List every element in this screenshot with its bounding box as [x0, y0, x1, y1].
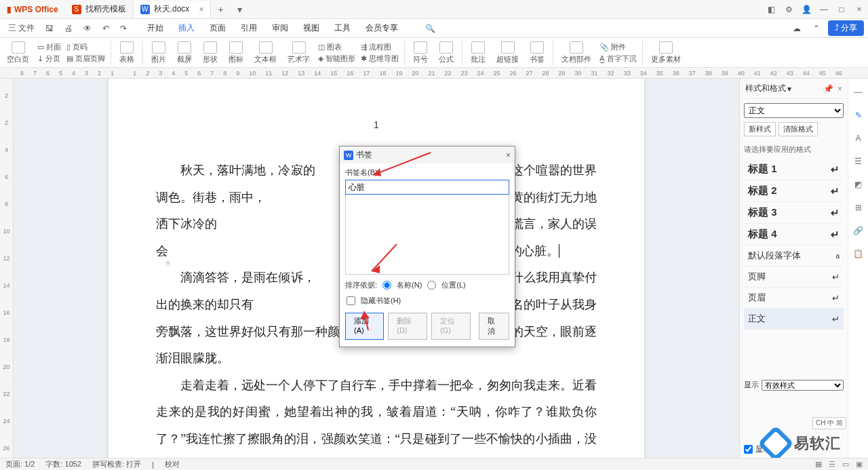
rb-mindmap[interactable]: ✱ 思维导图 — [361, 54, 399, 64]
style-item-body[interactable]: 正文↵ — [744, 309, 844, 330]
paragraph: 走着走着，远处一个人停下了自行车，手中撑着一把伞，匆匆向我走来。近看走来的是我的… — [156, 372, 597, 458]
rb-symbol[interactable]: 符号 — [410, 41, 431, 64]
tab-vip[interactable]: 会员专享 — [359, 20, 405, 37]
cloud-icon[interactable]: ☁ — [789, 21, 805, 36]
user-avatar[interactable]: 👤 — [797, 5, 815, 14]
rb-equation[interactable]: 公式 — [436, 41, 456, 64]
tab-template[interactable]: S 找稻壳模板 — [65, 1, 134, 18]
rb-icons[interactable]: 图标 — [226, 41, 246, 64]
undo-icon[interactable]: ↶ — [98, 21, 113, 36]
tab-document[interactable]: W 秋天.docx × — [134, 1, 212, 18]
style-item-footer[interactable]: 页脚↵ — [744, 267, 844, 288]
rb-more[interactable]: 更多素材 — [648, 41, 684, 64]
dialog-titlebar[interactable]: W 书签 × — [340, 146, 515, 163]
style-item-default[interactable]: 默认段落字体a — [744, 246, 844, 267]
rb-screenshot[interactable]: 截屏 — [174, 41, 195, 64]
rb-chart[interactable]: ◫ 图表 — [318, 42, 355, 52]
tab-page[interactable]: 页面 — [203, 20, 233, 37]
share-button[interactable]: ⤴ 分享 — [828, 20, 864, 36]
save-icon[interactable]: 🖫 — [41, 21, 58, 36]
collapse-icon[interactable]: ⌃ — [809, 21, 824, 36]
rail-settings-icon[interactable]: ◩ — [852, 178, 865, 191]
menu-row: 三 文件 🖫 🖨 👁 ↶ ↷ 开始 插入 页面 引用 审阅 视图 工具 会员专享… — [0, 19, 868, 38]
add-button[interactable]: 添加(A) — [345, 313, 384, 340]
search-icon[interactable]: 🔍 — [421, 21, 439, 36]
ruler-horizontal: 8765432112345678910111213141516171819202… — [0, 68, 868, 79]
new-style-button[interactable]: 新样式 — [744, 122, 776, 136]
style-item-h2[interactable]: 标题 2↵ — [744, 180, 844, 202]
rb-table[interactable]: 表格 — [117, 41, 137, 64]
close-icon[interactable]: × — [199, 5, 203, 14]
status-page[interactable]: 页面: 1/2 — [5, 459, 35, 469]
view-outline-icon[interactable]: ☰ — [829, 460, 835, 469]
status-spell[interactable]: 拼写检查: 打开 — [92, 459, 141, 469]
view-read-icon[interactable]: ▣ — [856, 460, 863, 469]
close-icon[interactable]: × — [837, 84, 842, 94]
rail-minus-icon[interactable]: — — [852, 85, 865, 99]
rb-wordart[interactable]: 艺术字 — [285, 41, 313, 64]
rb-shapes[interactable]: 形状 — [200, 41, 220, 64]
ime-indicator[interactable]: CH 中 简 — [812, 417, 846, 429]
window-settings-icon[interactable]: ⚙ — [780, 5, 797, 14]
redo-icon[interactable]: ↷ — [116, 21, 131, 36]
new-tab-button[interactable]: + — [211, 4, 230, 15]
rail-edit-icon[interactable]: ✎ — [852, 109, 865, 122]
rail-nav-icon[interactable]: ⊞ — [852, 201, 865, 214]
print-icon[interactable]: 🖨 — [60, 21, 77, 36]
rb-flowchart[interactable]: ⇶ 流程图 — [361, 42, 399, 52]
rail-clipboard-icon[interactable]: 📋 — [852, 247, 865, 260]
rb-bookmark[interactable]: 书签 — [527, 41, 547, 64]
window-maximize[interactable]: □ — [833, 5, 850, 14]
view-web-icon[interactable]: ▭ — [842, 460, 849, 469]
rb-attachment[interactable]: 📎 附件 — [599, 42, 637, 52]
rail-style-icon[interactable]: A — [852, 132, 865, 145]
tab-view[interactable]: 视图 — [296, 20, 326, 37]
style-item-h3[interactable]: 标题 3↵ — [744, 202, 844, 224]
cancel-button[interactable]: 取消 — [479, 313, 509, 340]
drag-handle-icon[interactable]: ⠿ — [165, 260, 169, 268]
status-proof[interactable]: 校对 — [165, 459, 180, 469]
tab-menu[interactable]: ▾ — [231, 4, 249, 15]
clear-format-button[interactable]: 清除格式 — [778, 122, 818, 136]
tab-insert[interactable]: 插入 — [172, 20, 201, 37]
watermark: 易软汇 — [763, 431, 841, 456]
view-print-icon[interactable]: ▦ — [815, 460, 822, 469]
current-style-select[interactable]: 正文 — [744, 103, 844, 118]
rb-hyperlink[interactable]: 超链接 — [494, 41, 521, 64]
rail-select-icon[interactable]: ☰ — [852, 155, 865, 168]
tab-review[interactable]: 审阅 — [265, 20, 295, 37]
rail-link-icon[interactable]: 🔗 — [852, 224, 865, 237]
window-layout-icon[interactable]: ◧ — [762, 5, 780, 14]
file-menu[interactable]: 三 文件 — [4, 20, 39, 37]
status-words[interactable]: 字数: 1052 — [45, 459, 81, 469]
sort-location-radio[interactable] — [427, 281, 436, 290]
rb-header-footer[interactable]: ▤ 页眉页脚 — [66, 54, 105, 64]
pin-icon[interactable]: 📌 — [823, 84, 833, 94]
tab-start[interactable]: 开始 — [140, 20, 170, 37]
style-item-h4[interactable]: 标题 4↵ — [744, 224, 844, 246]
sort-name-radio[interactable] — [382, 281, 391, 290]
show-preview-checkbox[interactable] — [744, 445, 753, 454]
rb-page-number[interactable]: ▯ 页码 — [66, 42, 105, 52]
bookmark-name-input[interactable] — [345, 180, 509, 195]
rb-textbox[interactable]: 文本框 — [252, 41, 279, 64]
window-minimize[interactable]: — — [815, 5, 833, 14]
tab-reference[interactable]: 引用 — [234, 20, 264, 37]
rb-smartart[interactable]: ◈ 智能图形 — [318, 54, 355, 64]
rb-page-break[interactable]: ⤓ 分页 — [37, 54, 61, 64]
rb-cover[interactable]: ▭ 封面 — [37, 42, 61, 52]
rb-image[interactable]: 图片 — [149, 41, 169, 64]
style-item-h1[interactable]: 标题 1↵ — [744, 159, 844, 180]
hide-bookmark-checkbox[interactable] — [347, 296, 355, 305]
style-item-header[interactable]: 页眉↵ — [744, 288, 844, 309]
rb-blank-page[interactable]: 空白页 — [4, 41, 32, 64]
dialog-close-icon[interactable]: × — [506, 151, 511, 160]
rb-comment[interactable]: 批注 — [468, 41, 488, 64]
tab-tools[interactable]: 工具 — [328, 20, 357, 37]
rb-dropcap[interactable]: A̲ 首字下沉 — [599, 54, 637, 64]
preview-icon[interactable]: 👁 — [79, 21, 96, 36]
show-styles-select[interactable]: 有效样式 — [762, 380, 844, 391]
bookmark-list[interactable] — [345, 195, 509, 275]
rb-docparts[interactable]: 文档部件 — [559, 41, 594, 64]
window-close[interactable]: × — [850, 5, 868, 14]
